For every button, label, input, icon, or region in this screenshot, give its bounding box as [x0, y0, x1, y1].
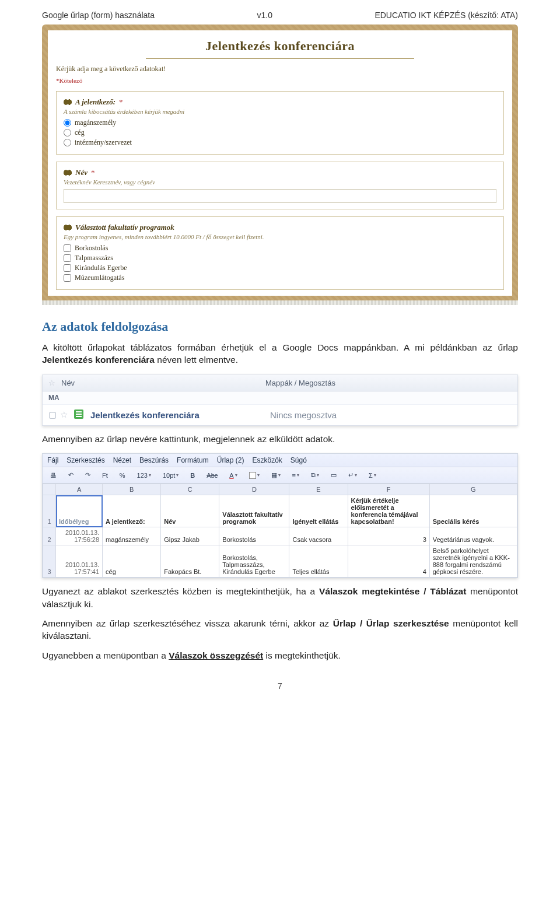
cell[interactable]: cég — [103, 545, 161, 578]
bold-button[interactable]: B — [187, 470, 198, 481]
checkbox-input[interactable] — [64, 244, 71, 252]
checkbox-label: Talpmasszázs — [75, 254, 113, 262]
radio-ceg[interactable]: cég — [64, 128, 496, 137]
cell[interactable]: Csak vacsora — [289, 527, 348, 545]
colC[interactable]: C — [161, 484, 219, 495]
undo-icon[interactable]: ↶ — [65, 470, 76, 481]
cell[interactable]: 2010.01.13. 17:57:41 — [56, 545, 103, 578]
checkbox-input[interactable] — [64, 264, 71, 272]
colG[interactable]: G — [429, 484, 517, 495]
para-5: Ugyanebben a menüpontban a Válaszok össz… — [42, 649, 518, 662]
name-input[interactable] — [64, 189, 496, 203]
q1-hint: A számla kibocsátás érdekében kérjük meg… — [64, 108, 496, 115]
percent-button[interactable]: % — [117, 470, 128, 481]
check-borkostolas[interactable]: Borkostolás — [64, 244, 496, 253]
docs-row-name[interactable]: Jelentkezés konferenciára — [90, 410, 270, 420]
ss-toolbar: 🖶 ↶ ↷ Ft % 123▾ 10pt▾ B Abc A▾ ▾ ▦▾ ≡▾ ⧉… — [43, 467, 517, 484]
menu-sugo[interactable]: Súgó — [290, 456, 307, 464]
radio-maganszemely[interactable]: magánszemély — [64, 118, 496, 127]
merge-button[interactable]: ▭ — [328, 470, 340, 481]
headD[interactable]: Választott fakultatív programok — [219, 495, 289, 527]
spreadsheet-screenshot: Fájl Szerkesztés Nézet Beszúrás Formátum… — [42, 453, 518, 578]
cell[interactable]: Borkostolás, Talpmasszázs, Kirándulás Eg… — [219, 545, 289, 578]
q2-label: Név — [75, 168, 88, 177]
wrap-button[interactable]: ↵▾ — [345, 470, 360, 481]
colD[interactable]: D — [219, 484, 289, 495]
cell[interactable]: 3 — [348, 527, 429, 545]
cell[interactable]: 4 — [348, 545, 429, 578]
menu-beszuras[interactable]: Beszúrás — [139, 456, 169, 464]
headC[interactable]: Név — [161, 495, 219, 527]
cell[interactable]: Belső parkolóhelyet szeretnék igényelni … — [429, 545, 517, 578]
currency-button[interactable]: Ft — [99, 470, 111, 481]
hdr-right: EDUCATIO IKT KÉPZÉS (készítő: ATA) — [374, 10, 518, 20]
checkbox-label: Borkostolás — [75, 244, 108, 253]
headA[interactable]: Időbélyeg — [56, 495, 103, 527]
check-talpmasszazs[interactable]: Talpmasszázs — [64, 254, 496, 262]
check-muzeum[interactable]: Múzeumlátogatás — [64, 274, 496, 282]
star-icon[interactable]: ☆ — [60, 410, 74, 420]
menu-fajl[interactable]: Fájl — [47, 456, 58, 464]
headG[interactable]: Speciális kérés — [429, 495, 517, 527]
docs-row[interactable]: ▢ ☆ Jelentkezés konferenciára Nincs mego… — [43, 405, 517, 425]
required-note: *Kötelező — [56, 77, 504, 84]
headE[interactable]: Igényelt ellátás — [289, 495, 348, 527]
radio-input[interactable] — [64, 139, 71, 146]
font-size-button[interactable]: 10pt▾ — [160, 470, 181, 481]
colF[interactable]: F — [348, 484, 429, 495]
align-button[interactable]: ≡▾ — [289, 470, 302, 481]
menu-szerkesztes[interactable]: Szerkesztés — [66, 456, 104, 464]
text: A kitöltött űrlapokat táblázatos formába… — [42, 342, 518, 352]
radio-label: cég — [75, 128, 85, 137]
cell[interactable]: Gipsz Jakab — [161, 527, 219, 545]
headF[interactable]: Kérjük értékelje előismeretét a konferen… — [348, 495, 429, 527]
radio-label: magánszemély — [75, 118, 116, 127]
radio-input[interactable] — [64, 129, 71, 136]
question-name: Név * Vezetéknév Keresztnév, vagy cégnév — [56, 162, 504, 209]
colE[interactable]: E — [289, 484, 348, 495]
colA[interactable]: A — [56, 484, 103, 495]
menu-formatum[interactable]: Formátum — [177, 456, 209, 464]
fill-color-button[interactable]: ▾ — [246, 470, 262, 481]
leaf-icon — [64, 224, 72, 231]
q1-label: A jelentkező: — [75, 97, 116, 107]
para-3: Ugyanezt az ablakot szerkesztés közben i… — [42, 585, 518, 610]
ss-menu: Fájl Szerkesztés Nézet Beszúrás Formátum… — [43, 454, 517, 467]
redo-icon[interactable]: ↷ — [82, 470, 93, 481]
sigma-button[interactable]: Σ▾ — [366, 470, 379, 481]
print-icon[interactable]: 🖶 — [47, 470, 60, 481]
title-rule — [146, 58, 415, 59]
colB[interactable]: B — [103, 484, 161, 495]
checkbox-input[interactable] — [64, 254, 71, 262]
strike-button[interactable]: Abc — [204, 470, 220, 481]
cell[interactable]: Borkostolás — [219, 527, 289, 545]
col-share[interactable]: Mappák / Megosztás — [265, 379, 512, 387]
menu-eszkozok[interactable]: Eszközök — [252, 456, 282, 464]
cell[interactable]: magánszemély — [103, 527, 161, 545]
cell[interactable]: 2010.01.13. 17:56:28 — [56, 527, 103, 545]
col-name[interactable]: Név — [61, 379, 265, 387]
docs-row-share: Nincs megosztva — [270, 410, 512, 420]
docs-header: ☆ Név Mappák / Megosztás — [43, 375, 517, 391]
cell[interactable]: Fakopács Bt. — [161, 545, 219, 578]
radio-intezmeny[interactable]: intézmény/szervezet — [64, 138, 496, 147]
form-intro: Kérjük adja meg a következő adatokat! — [56, 65, 504, 74]
ss-grid[interactable]: A B C D E F G 1 Időbélyeg A jelentkező: … — [43, 484, 517, 578]
insert-button[interactable]: ⧉▾ — [308, 470, 322, 481]
headB[interactable]: A jelentkező: — [103, 495, 161, 527]
checkbox-label: Kirándulás Egerbe — [75, 264, 127, 272]
menu-nezet[interactable]: Nézet — [113, 456, 131, 464]
menu-urlap[interactable]: Űrlap (2) — [217, 456, 244, 464]
radio-input[interactable] — [64, 119, 71, 127]
border-button[interactable]: ▦▾ — [268, 470, 284, 481]
text-color-button[interactable]: A▾ — [226, 470, 240, 481]
row-checkbox[interactable]: ▢ — [48, 410, 60, 420]
docs-group: MA — [43, 391, 517, 405]
cell[interactable]: Teljes ellátás — [289, 545, 348, 578]
checkbox-input[interactable] — [64, 274, 71, 282]
check-kirandulas[interactable]: Kirándulás Egerbe — [64, 264, 496, 272]
cell[interactable]: Vegetáriánus vagyok. — [429, 527, 517, 545]
number-format-button[interactable]: 123▾ — [134, 470, 154, 481]
text-bold: Válaszok összegzését — [169, 650, 263, 660]
text: is megtekinthetjük. — [265, 650, 340, 660]
